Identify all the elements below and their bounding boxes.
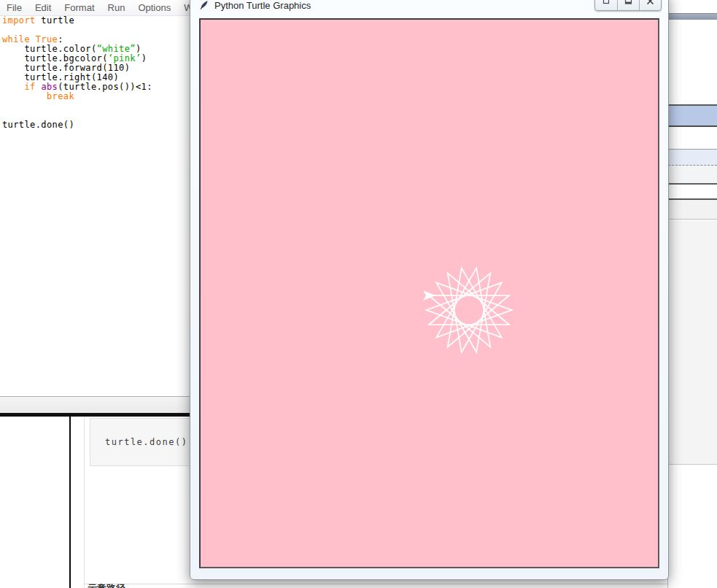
menu-item-options[interactable]: Options (131, 1, 177, 15)
maximize-icon (624, 0, 632, 7)
desktop-screen: turtle.done() 示意路径 FileEditFormatRunOpti… (0, 0, 717, 588)
panel-gray-row-2 (668, 200, 717, 220)
background-right-panel (667, 0, 717, 588)
minimize-icon (602, 0, 611, 7)
maximize-button[interactable] (617, 0, 639, 10)
tk-feather-icon (199, 0, 209, 11)
panel-gray-row (668, 166, 717, 185)
turtle-graphics-window: Python Turtle Graphics (190, 0, 669, 580)
panel-content-block (668, 220, 717, 465)
document-horizontal-rule (84, 584, 717, 584)
turtle-canvas[interactable] (199, 18, 659, 568)
document-content-left-border (84, 417, 85, 588)
menu-item-file[interactable]: File (0, 1, 28, 15)
document-vertical-divider (69, 417, 71, 588)
menu-item-run[interactable]: Run (101, 1, 132, 15)
panel-header-bar (668, 13, 717, 20)
window-title: Python Turtle Graphics (214, 0, 311, 11)
panel-highlight-row[interactable] (668, 149, 717, 166)
panel-selected-row[interactable] (668, 104, 717, 127)
document-code-text: turtle.done() (105, 437, 187, 447)
turtle-drawing (201, 20, 658, 567)
document-caption-clipped: 示意路径 (88, 582, 125, 588)
menu-item-edit[interactable]: Edit (28, 1, 58, 15)
menu-item-format[interactable]: Format (58, 1, 101, 15)
close-button[interactable] (639, 0, 661, 10)
caption-button-group (594, 0, 662, 11)
star-path (427, 268, 512, 352)
close-icon (646, 0, 654, 7)
minimize-button[interactable] (595, 0, 617, 10)
title-bar[interactable]: Python Turtle Graphics (190, 0, 668, 18)
